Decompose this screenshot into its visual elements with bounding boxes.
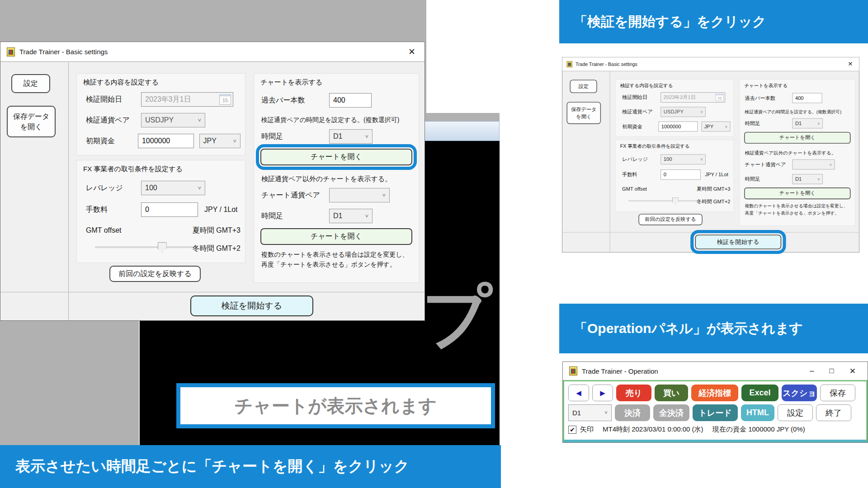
start-validation-button[interactable]: 検証を開始する [695, 235, 781, 249]
leverage-label: レバレッジ [622, 156, 660, 163]
pair-select[interactable]: USDJPY ˅ [141, 113, 205, 127]
banner-open-chart: 表示させたい時間足ごとに「チャートを開く」をクリック [0, 445, 501, 488]
operation-row-2: D1 ˅ 決済 全決済 トレード HTML 設定 終了 [568, 404, 862, 421]
leverage-select[interactable]: 100 ˅ [660, 155, 705, 164]
chevron-down-icon: ˅ [194, 185, 201, 192]
maximize-icon[interactable]: □ [824, 366, 839, 375]
start-date-input[interactable]: 2023年3月1日 15 [660, 92, 725, 102]
chart-pair-select[interactable]: ˅ [793, 160, 835, 169]
timeframe-select[interactable]: D1 ˅ [568, 404, 612, 421]
start-date-row: 検証開始日 2023年3月1日 15 [622, 92, 730, 103]
timeframe-select-2[interactable]: D1 ˅ [329, 209, 373, 223]
bars-count-input[interactable]: 400 [329, 93, 372, 108]
capital-input[interactable]: 1000000 [138, 134, 194, 148]
timeframe-label: 時間足 [745, 120, 793, 127]
timeframe-select-2[interactable]: D1 ˅ [793, 174, 823, 184]
small-settings-window-slot: Trade Trainer - Basic settings ✕ 設定 保存デー… [562, 57, 859, 253]
close-icon[interactable]: ✕ [844, 366, 861, 376]
trade-button[interactable]: トレード [693, 404, 738, 421]
currency-select[interactable]: JPY ˅ [199, 134, 241, 148]
fee-input[interactable]: 0 [660, 169, 700, 179]
open-chart-button-2[interactable]: チャートを開く [260, 228, 412, 245]
leverage-label: レバレッジ [86, 183, 141, 193]
pair-select[interactable]: USDJPY ˅ [660, 107, 705, 117]
leverage-select[interactable]: 100 ˅ [141, 181, 205, 195]
currency-select[interactable]: JPY ˅ [701, 122, 730, 131]
banner-operation-panel: 「Operationパネル」が表示されます [559, 304, 868, 353]
chart-pair-select[interactable]: ˅ [329, 188, 390, 202]
minimize-icon[interactable]: – [804, 366, 819, 375]
open-saved-data-button[interactable]: 保存データを開く [567, 102, 601, 124]
timeframe-select[interactable]: D1 ˅ [329, 129, 373, 144]
chart-displayed-callout: チャートが表示されます [176, 383, 495, 428]
save-button[interactable]: 保存 [820, 385, 855, 401]
start-validation-button[interactable]: 検証を開始する [190, 296, 313, 316]
open-chart-button[interactable]: チャートを開く [260, 149, 412, 165]
screenshot-button[interactable]: スクショ [782, 385, 817, 401]
close-icon[interactable]: ✕ [406, 47, 418, 57]
capital-input[interactable]: 1000000 [658, 122, 697, 131]
gmt-row: GMT offset 夏時間 GMT+3 [86, 223, 241, 238]
html-button[interactable]: HTML [741, 404, 774, 421]
bars-row: 過去バー本数 400 [745, 93, 852, 103]
chevron-down-icon: ˅ [827, 162, 832, 167]
timeframe-row-2: 時間足 D1 ˅ [261, 208, 414, 224]
group-heading: チャートを表示する [260, 78, 322, 87]
close-position-button[interactable]: 決済 [615, 404, 650, 421]
capital-row: 初期資金 1000000 JPY ˅ [86, 133, 241, 149]
settings-button[interactable]: 設定 [778, 404, 813, 421]
app-icon [569, 366, 577, 375]
open-chart-button[interactable]: チャートを開く [744, 132, 850, 144]
start-date-input[interactable]: 2023年3月1日 15 [141, 92, 233, 107]
settings-button[interactable]: 設定 [11, 74, 50, 93]
calendar-icon[interactable]: 15 [716, 94, 724, 101]
step-back-button[interactable]: ◀ [568, 385, 589, 401]
settings-button[interactable]: 設定 [570, 80, 597, 93]
winter-row: 冬時間 GMT+2 [86, 241, 241, 256]
broker-settings-group: FX 事業者の取引条件を設定する レバレッジ 100 ˅ 手数料 0 JPY /… [76, 160, 245, 263]
chevron-down-icon: ˅ [361, 213, 368, 220]
apply-last-settings-button[interactable]: 前回の設定を反映する [638, 214, 702, 225]
buy-button[interactable]: 買い [655, 385, 688, 401]
fee-unit-label: JPY / 1Lot [204, 206, 238, 214]
bars-count-label: 過去バー本数 [745, 95, 793, 102]
chart-pair-row: チャート通貨ペア ˅ [261, 188, 414, 203]
operation-panel: ◀ ▶ 売り 買い 経済指標 Excel スクショ 保存 D1 ˅ 決済 全決済… [563, 380, 868, 442]
sell-button[interactable]: 売り [616, 385, 651, 401]
timeframe-label: 時間足 [745, 176, 793, 183]
bottom-separator [0, 292, 425, 292]
arrow-checkbox-label: 矢印 [580, 425, 594, 434]
fee-unit-label: JPY / 1Lot [705, 172, 728, 178]
mt4-time-label: MT4時刻 2023/03/01 0:00:00 (水) [603, 425, 703, 434]
fee-input[interactable]: 0 [141, 202, 198, 217]
timeframe-select[interactable]: D1 ˅ [793, 118, 823, 128]
gmt-offset-label: GMT offset [86, 226, 158, 235]
app-icon [7, 47, 15, 56]
chevron-down-icon: ˅ [229, 138, 236, 145]
open-chart-button-2[interactable]: チャートを開く [744, 188, 850, 199]
app-icon [567, 61, 573, 67]
open-saved-data-button[interactable]: 保存データを開く [7, 106, 56, 137]
bars-count-input[interactable]: 400 [793, 93, 822, 103]
timeframe-label: 時間足 [261, 211, 329, 221]
group-heading: 検証する内容を設定する [620, 83, 673, 89]
chevron-down-icon: ˅ [815, 121, 820, 126]
chevron-down-icon: ˅ [604, 410, 608, 416]
step-forward-button[interactable]: ▶ [592, 385, 613, 401]
start-date-label: 検証開始日 [86, 95, 141, 104]
excel-button[interactable]: Excel [741, 385, 778, 401]
pair-label: 検証通貨ペア [622, 108, 660, 115]
economic-indicators-button[interactable]: 経済指標 [691, 385, 738, 401]
bars-count-label: 過去バー本数 [261, 96, 329, 105]
start-date-label: 検証開始日 [622, 94, 660, 101]
chart-pair-row: チャート通貨ペア ˅ [745, 159, 852, 170]
close-all-button[interactable]: 全決済 [653, 404, 689, 421]
chevron-down-icon: ˅ [698, 110, 703, 115]
close-icon[interactable]: ✕ [846, 61, 855, 68]
exit-button[interactable]: 終了 [816, 404, 851, 421]
bars-row: 過去バー本数 400 [261, 93, 414, 108]
apply-last-settings-button[interactable]: 前回の設定を反映する [109, 266, 201, 282]
summer-gmt-label: 夏時間 GMT+3 [193, 226, 241, 235]
arrow-checkbox[interactable]: ✔ [568, 426, 576, 434]
calendar-icon[interactable]: 15 [219, 94, 231, 105]
